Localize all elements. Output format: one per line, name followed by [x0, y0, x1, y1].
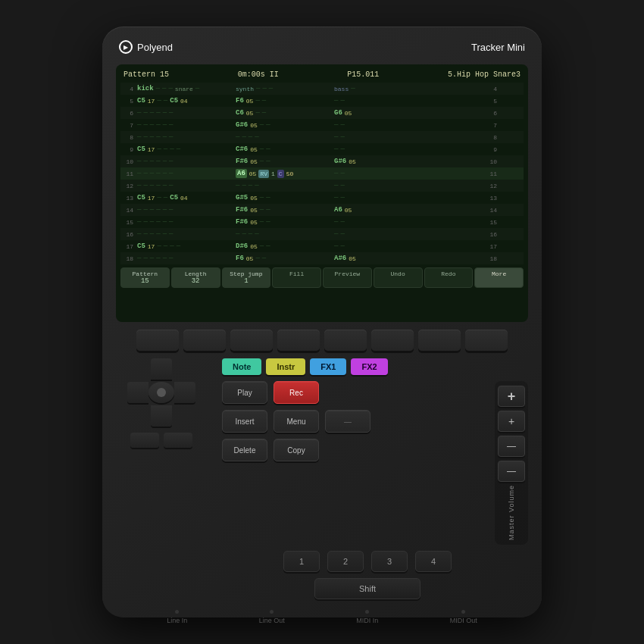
num-btn-4[interactable]: 4: [415, 551, 452, 572]
mode-buttons: Note Instr FX1 FX2: [207, 358, 528, 375]
controls-main: Note Instr FX1 FX2 Play Rec Insert Menu …: [116, 358, 528, 599]
dpad-left-button[interactable]: [127, 382, 148, 403]
func-btn-8[interactable]: [465, 330, 508, 351]
track-row: 16 —— —— —— —— —— —— 16: [120, 228, 524, 240]
track-row: 5 C5 17 — — C5 04 F6 05 — — — —: [120, 95, 524, 107]
track-row: 12 —— —— —— —— —— —— 12: [120, 180, 524, 192]
copy-button[interactable]: Copy: [274, 439, 319, 461]
screen-bottom-bar: Pattern15 Length32 Step jump1 Fill Previ…: [120, 267, 524, 288]
func-btn-1[interactable]: [136, 330, 179, 351]
device-body: ▶ Polyend Tracker Mini Pattern 15 0m:00s…: [102, 27, 542, 617]
track-row: 17 C5 17 — — — — D#6 05 — — — —: [120, 240, 524, 252]
brand: ▶ Polyend: [119, 40, 173, 54]
port-midi-in: MIDI In: [356, 610, 378, 624]
func-btn-5[interactable]: [324, 330, 367, 351]
right-controls: Note Instr FX1 FX2 Play Rec Insert Menu …: [207, 358, 528, 599]
dash-button[interactable]: —: [325, 410, 370, 433]
track-row-header: 4 kick — — — snare — synth — — — bass: [120, 83, 524, 95]
screen-btn-fill[interactable]: Fill: [272, 267, 321, 288]
track-row: 15 —— —— —— F#6 05 — — — — 15: [120, 216, 524, 228]
note-mode-button[interactable]: Note: [222, 358, 261, 375]
left-pad: [116, 358, 207, 599]
port-line-in: Line In: [167, 610, 187, 624]
master-volume-label: Master Volume: [508, 485, 515, 540]
instr-mode-button[interactable]: Instr: [266, 358, 305, 375]
screen-song: 5.Hip Hop Snare3: [448, 70, 521, 79]
track-row: 6 — — — — — — C6 05 — — G6 05: [120, 107, 524, 119]
shift-button[interactable]: Shift: [314, 578, 420, 599]
master-volume: + + — — Master Volume: [495, 381, 528, 545]
screen-btn-redo[interactable]: Redo: [424, 267, 474, 288]
pattern-label: Pattern 15: [123, 70, 169, 79]
screen-btn-stepjump[interactable]: Step jump1: [222, 267, 271, 288]
function-buttons-row: [116, 328, 528, 352]
rec-button[interactable]: Rec: [274, 381, 319, 404]
port-dot-line-in: [175, 610, 179, 614]
port-line-out: Line Out: [259, 610, 285, 624]
func-btn-7[interactable]: [418, 330, 461, 351]
screen-header: Pattern 15 0m:00s II P15.011 5.Hip Hop S…: [120, 69, 524, 80]
port-dot-line-out: [270, 610, 274, 614]
track-row: 13 C5 17 — — C5 04 G#5 05 — — — —: [120, 192, 524, 204]
track-row: 9 C5 17 — — — — C#6 05 — — — —: [120, 143, 524, 155]
number-row: 1 2 3 4: [207, 551, 528, 572]
shift-row: Shift: [207, 578, 528, 599]
screen-time: 0m:00s II: [238, 70, 279, 79]
func-btn-3[interactable]: [230, 330, 273, 351]
track-row: 7 — — — — — — G#6 05 — — — —: [120, 119, 524, 131]
num-btn-2[interactable]: 2: [327, 551, 364, 572]
track-row: 8 —— —— —— —— —— —— 8: [120, 131, 524, 143]
dpad-up-button[interactable]: [151, 358, 172, 380]
track-row: 18 —— —— —— F6 05 — — A#6 05 18: [120, 252, 524, 264]
side-btn-right[interactable]: [164, 433, 192, 448]
action-buttons: Play Rec Insert Menu — Delete Copy: [222, 381, 487, 545]
track-row: 14 —— —— —— F#6 05 — — A6 05 14: [120, 204, 524, 216]
vol-minus-small[interactable]: —: [498, 436, 525, 457]
port-midi-out: MIDI Out: [450, 610, 477, 624]
screen-btn-undo[interactable]: Undo: [374, 267, 423, 288]
brand-name: Polyend: [137, 42, 173, 53]
screen: Pattern 15 0m:00s II P15.011 5.Hip Hop S…: [116, 64, 528, 322]
port-labels: Line In Line Out MIDI In MIDI Out: [116, 605, 528, 626]
screen-btn-pattern[interactable]: Pattern15: [120, 267, 170, 288]
screen-btn-length[interactable]: Length32: [171, 267, 220, 288]
fx2-mode-button[interactable]: FX2: [351, 358, 387, 375]
track-row-active: 11 —— —— —— A6 05 RV 1 C 50 — —: [120, 167, 524, 180]
delete-button[interactable]: Delete: [222, 439, 267, 461]
brand-logo: ▶: [119, 40, 133, 54]
insert-button[interactable]: Insert: [222, 410, 267, 433]
func-btn-6[interactable]: [371, 330, 414, 351]
track-row: 10 —— —— —— F#6 05 — — G#6 05 10: [120, 155, 524, 167]
action-volume-area: Play Rec Insert Menu — Delete Copy: [207, 381, 528, 545]
device-model: Tracker Mini: [471, 42, 525, 53]
vol-plus-small[interactable]: +: [498, 411, 525, 432]
dpad-center-button[interactable]: [148, 382, 174, 403]
device-header: ▶ Polyend Tracker Mini: [116, 40, 528, 58]
func-btn-2[interactable]: [183, 330, 226, 351]
port-dot-midi-out: [461, 610, 465, 614]
dpad: [127, 358, 195, 427]
menu-button[interactable]: Menu: [274, 410, 319, 433]
screen-btn-more[interactable]: More: [474, 267, 524, 288]
func-btn-4[interactable]: [277, 330, 320, 351]
screen-preset: P15.011: [347, 70, 379, 79]
side-btn-left[interactable]: [130, 433, 159, 448]
dpad-down-button[interactable]: [151, 405, 172, 427]
side-buttons: [130, 433, 192, 448]
fx1-mode-button[interactable]: FX1: [310, 358, 346, 375]
volume-buttons: + + — —: [498, 386, 525, 482]
port-dot-midi-in: [365, 610, 369, 614]
play-button[interactable]: Play: [222, 381, 267, 404]
num-btn-3[interactable]: 3: [371, 551, 408, 572]
num-btn-1[interactable]: 1: [283, 551, 320, 572]
vol-plus-large[interactable]: +: [498, 386, 525, 407]
dpad-right-button[interactable]: [174, 382, 195, 403]
dpad-horizontal: [127, 382, 195, 403]
track-display: 4 kick — — — snare — synth — — — bass: [120, 83, 524, 264]
vol-minus-large[interactable]: —: [498, 461, 525, 482]
screen-btn-preview[interactable]: Preview: [323, 267, 372, 288]
